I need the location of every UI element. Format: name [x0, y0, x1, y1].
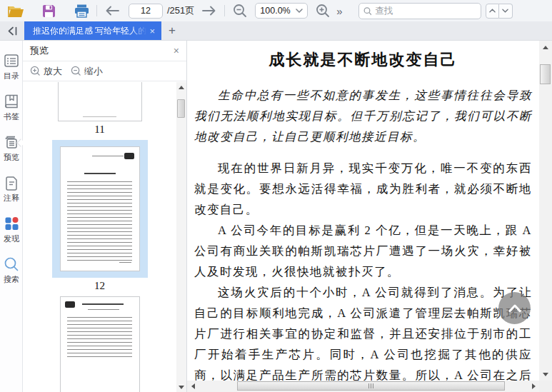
- main-toolbar: /251页 100.0% »: [0, 0, 552, 21]
- new-tab-button[interactable]: +: [161, 21, 183, 40]
- page-title-line: [82, 303, 123, 305]
- scroll-up-arrow[interactable]: [176, 82, 186, 92]
- open-folder-icon: [8, 4, 24, 18]
- zoom-level-dropdown[interactable]: 100.0%: [255, 3, 308, 19]
- horizontal-scrollbar[interactable]: [187, 381, 539, 392]
- page-number-input[interactable]: [129, 4, 163, 19]
- discover-icon: [4, 216, 19, 231]
- sidebar-label-annotations: 注释: [4, 193, 19, 203]
- thumbnail-zoom-out-label: 缩小: [84, 65, 103, 78]
- preview-panel-header: 预览 ×: [23, 41, 186, 61]
- sidebar-label-toc: 目录: [4, 71, 19, 81]
- preview-panel: 预览 × 放大 缩小 11: [23, 41, 187, 392]
- zoom-in-circle-icon: [30, 66, 41, 76]
- open-file-button[interactable]: [6, 2, 25, 19]
- document-viewer: 成长就是不断地改变自己 生命中总有一些不如意的事发生，这些事情往往会导致我们无法…: [187, 41, 552, 392]
- toc-icon: [4, 53, 19, 69]
- search-icon: [363, 6, 372, 16]
- search-box[interactable]: [358, 3, 481, 19]
- thumbnail-zoom-out-button[interactable]: 缩小: [71, 65, 103, 78]
- sidebar-label-preview: 预览: [4, 152, 19, 163]
- thumbnail-zoom-in-button[interactable]: 放大: [30, 65, 62, 78]
- scroll-down-arrow[interactable]: [176, 382, 186, 392]
- next-page-button[interactable]: [200, 2, 219, 19]
- save-icon: [42, 4, 56, 18]
- find-previous-button[interactable]: [486, 4, 499, 19]
- chevron-up-icon: [508, 303, 522, 313]
- preview-panel-title: 预览: [30, 44, 49, 57]
- vertical-scrollbar[interactable]: [539, 41, 552, 381]
- document-paragraph: A 公司今年的目标是赢利 2 个亿，但是一天晚上，跟 A 公司有商业关联的帕斯凯…: [194, 220, 532, 282]
- printer-icon: [74, 4, 89, 18]
- sidebar-label-discover: 发现: [4, 233, 19, 244]
- page-footer-line: [83, 116, 116, 117]
- tab-title: 推迟你的满足感 写给年轻人的人: [33, 25, 147, 37]
- search-input[interactable]: [375, 6, 476, 16]
- scrollbar-thumb[interactable]: [237, 381, 505, 391]
- print-button[interactable]: [72, 2, 91, 19]
- search-icon: [4, 256, 19, 272]
- page-number-mark: [119, 262, 131, 265]
- selected-thumbnail-highlight: [52, 140, 148, 278]
- save-button[interactable]: [39, 2, 58, 19]
- sidebar-item-discover[interactable]: 发现: [0, 216, 23, 244]
- previous-page-button[interactable]: [103, 2, 121, 19]
- thumbnail-page-12-selected[interactable]: 12: [23, 140, 176, 296]
- page-11-preview: [58, 82, 142, 121]
- document-page: 成长就是不断地改变自己 生命中总有一些不如意的事发生，这些事情往往会导致我们无法…: [187, 41, 539, 381]
- zoom-in-icon: [316, 4, 330, 18]
- zoom-out-button[interactable]: [231, 2, 249, 19]
- document-paragraph: 这场火灾后的十个小时，A 公司就得到了消息。为了让自己的目标顺利地完成，A 公司…: [194, 282, 532, 381]
- tab-close-icon[interactable]: ×: [147, 26, 157, 36]
- thumbnail-page-number: 11: [94, 124, 104, 136]
- chevron-down-icon: [296, 9, 303, 13]
- scroll-down-arrow[interactable]: [539, 369, 552, 379]
- navigation-rail: 目录 书签 预览 注释: [0, 41, 23, 392]
- bookmark-icon: [4, 94, 19, 109]
- tab-bar: 推迟你的满足感 写给年轻人的人 × +: [0, 21, 552, 41]
- page-12-preview: [60, 146, 140, 271]
- back-to-top-button[interactable]: [498, 292, 531, 324]
- find-next-button[interactable]: [499, 4, 513, 19]
- sidebar-item-annotations[interactable]: 注释: [0, 175, 23, 203]
- toolbar-separator: [96, 5, 97, 16]
- preview-panel-close-icon[interactable]: ×: [174, 45, 179, 56]
- sidebar-label-search: 搜索: [4, 274, 19, 285]
- collapse-left-icon: [7, 26, 18, 36]
- page-total-label: /251页: [167, 4, 194, 17]
- scrollbar-corner: [539, 381, 552, 392]
- page-title-line: [84, 173, 116, 174]
- find-bar: [358, 3, 513, 19]
- sidebar-item-bookmarks[interactable]: 书签: [0, 94, 23, 122]
- more-tools-button[interactable]: »: [336, 5, 342, 17]
- page-header-line: [92, 156, 124, 159]
- preview-panel-controls: 放大 缩小: [23, 61, 186, 81]
- thumbnail-page-11[interactable]: 11: [23, 82, 176, 140]
- scroll-up-arrow[interactable]: [539, 42, 552, 52]
- scrollbar-thumb[interactable]: [177, 99, 185, 118]
- page-13-preview: [60, 296, 140, 392]
- annotation-icon: [4, 175, 19, 191]
- arrow-left-icon: [105, 6, 119, 16]
- sidebar-item-search[interactable]: 搜索: [0, 256, 23, 285]
- scroll-right-arrow[interactable]: [528, 381, 539, 392]
- collapse-tabs-button[interactable]: [0, 21, 24, 40]
- scroll-left-arrow[interactable]: [187, 381, 199, 392]
- page-graphic: [65, 301, 75, 308]
- scrollbar-thumb[interactable]: [540, 64, 551, 84]
- thumbnail-scrollbar[interactable]: [176, 82, 186, 392]
- chevron-down-icon: [502, 9, 508, 13]
- thumbnail-list: 11 12: [23, 82, 176, 392]
- sidebar-item-preview[interactable]: 预览: [0, 134, 23, 163]
- page-text-lines: [67, 181, 131, 261]
- thumbnail-page-13[interactable]: [23, 296, 176, 392]
- sidebar-item-toc[interactable]: 目录: [0, 53, 23, 81]
- document-title: 成长就是不断地改变自己: [194, 49, 532, 71]
- arrow-right-icon: [202, 6, 216, 16]
- document-tab[interactable]: 推迟你的满足感 写给年轻人的人 ×: [24, 21, 161, 40]
- page-subtitle-line: [88, 309, 119, 312]
- zoom-in-button[interactable]: [313, 2, 332, 19]
- document-paragraph: 生命中总有一些不如意的事发生，这些事情往往会导致我们无法顺利地实现目标。但千万别…: [194, 85, 532, 147]
- page-graphic: [124, 153, 134, 159]
- toolbar-separator: [224, 5, 225, 16]
